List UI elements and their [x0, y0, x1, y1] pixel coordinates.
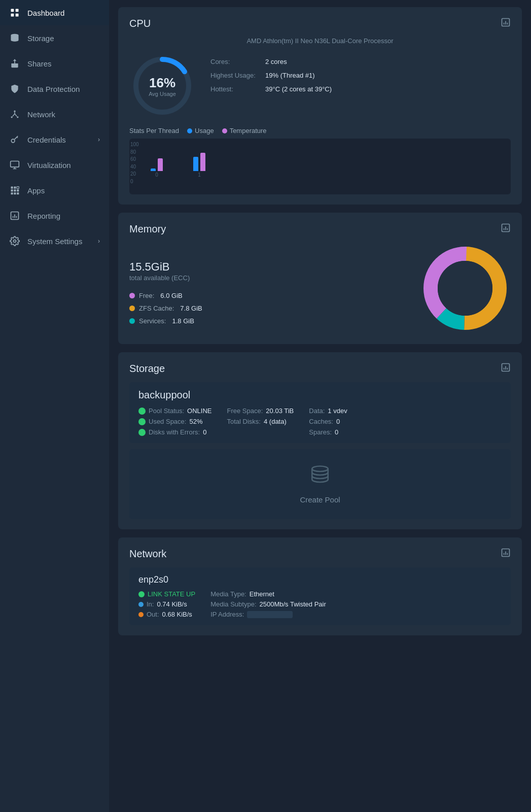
memory-body: 15.5GiB total available (ECC) Free: 6.0 …	[129, 243, 511, 334]
svg-point-30	[438, 261, 492, 316]
cpu-gauge-wrap: 16% Avg Usage	[129, 53, 195, 119]
memory-subtitle: total available (ECC)	[129, 274, 404, 282]
sidebar-item-label: Credentials	[27, 136, 66, 144]
legend-temp: Temperature	[222, 127, 267, 134]
cpu-avg-label: Avg Usage	[149, 91, 176, 97]
svg-rect-2	[11, 14, 14, 17]
pool-used-row: Used Space: 52%	[138, 418, 212, 425]
pool-data-row: Data: 1 vdev	[309, 407, 347, 415]
shares-icon	[9, 58, 20, 69]
pool-name: backuppool	[138, 389, 502, 401]
pool-col-right: Data: 1 vdev Caches: 0 Spares: 0	[309, 407, 347, 436]
apps-icon	[9, 185, 20, 196]
svg-rect-14	[17, 187, 19, 189]
net-col-right: Media Type: Ethernet Media Subtype: 2500…	[210, 590, 326, 618]
cpu-cores-row: Cores: 2 cores	[210, 58, 511, 65]
svg-point-8	[17, 116, 18, 118]
legend-services: Services: 1.8 GiB	[129, 317, 404, 325]
sidebar-item-credentials[interactable]: Credentials ›	[0, 127, 109, 152]
network-card-header: Network	[129, 548, 511, 560]
cpu-highest-label: Highest Usage:	[210, 72, 261, 79]
network-interface-card: enp2s0 LINK STATE UP In: 0.74 KiB/s Out:	[129, 567, 511, 625]
memory-left: 15.5GiB total available (ECC) Free: 6.0 …	[129, 252, 404, 325]
legend-free: Free: 6.0 GiB	[129, 292, 404, 299]
cpu-hottest-value: 39°C (2 cores at 39°C)	[265, 85, 332, 93]
pool-stats: Pool Status: ONLINE Used Space: 52% Disk…	[138, 407, 502, 436]
cpu-gauge-text: 16% Avg Usage	[149, 75, 176, 97]
svg-point-32	[312, 466, 328, 472]
pool-card: backuppool Pool Status: ONLINE Used Spac…	[129, 382, 511, 443]
sidebar-item-reporting[interactable]: Reporting	[0, 203, 109, 228]
memory-chart-btn[interactable]	[501, 223, 511, 235]
cpu-chart-btn[interactable]	[501, 17, 511, 30]
cpu-hottest-label: Hottest:	[210, 85, 261, 93]
svg-point-22	[14, 240, 16, 243]
cpu-highest-row: Highest Usage: 19% (Thread #1)	[210, 72, 511, 79]
create-pool-card[interactable]: Create Pool	[129, 449, 511, 519]
svg-rect-12	[11, 187, 13, 189]
net-iface-name: enp2s0	[138, 574, 502, 585]
storage-chart-btn[interactable]	[501, 362, 511, 375]
net-out-row: Out: 0.68 KiB/s	[138, 611, 195, 618]
pool-status-row: Pool Status: ONLINE	[138, 407, 212, 415]
chart-y-labels: 100 80 60 40 20 0	[130, 142, 139, 184]
cpu-subtitle: AMD Athlon(tm) II Neo N36L Dual-Core Pro…	[129, 37, 511, 45]
chevron-right-icon: ›	[98, 136, 100, 143]
cpu-gauge: 16% Avg Usage	[129, 53, 195, 119]
sidebar-item-virtualization[interactable]: Virtualization	[0, 152, 109, 178]
net-link-row: LINK STATE UP	[138, 590, 195, 598]
credentials-icon	[9, 134, 20, 145]
sidebar-item-shares[interactable]: Shares	[0, 51, 109, 76]
svg-rect-18	[11, 192, 13, 194]
thread-chart: 100 80 60 40 20 0 0	[129, 139, 511, 194]
pool-col-mid: Free Space: 20.03 TiB Total Disks: 4 (da…	[227, 407, 294, 436]
sidebar-item-network[interactable]: Network	[0, 101, 109, 127]
create-pool-db-icon	[309, 464, 331, 490]
network-card: Network enp2s0 LINK STATE UP In	[118, 537, 522, 635]
cpu-avg-pct: 16%	[149, 75, 176, 91]
network-chart-btn[interactable]	[501, 548, 511, 560]
svg-rect-3	[16, 14, 19, 17]
legend-zfs: ZFS Cache: 7.8 GiB	[129, 304, 404, 312]
sidebar-item-label: Virtualization	[27, 161, 71, 170]
sidebar-item-dashboard[interactable]: Dashboard	[0, 0, 109, 25]
pool-spares-row: Spares: 0	[309, 428, 347, 436]
memory-unit: GiB	[151, 260, 170, 273]
sidebar: Dashboard Storage Shares Data Protection…	[0, 0, 109, 812]
memory-title: Memory	[129, 223, 166, 235]
storage-icon	[9, 32, 20, 44]
sidebar-item-label: Network	[27, 110, 55, 119]
net-media-type-row: Media Type: Ethernet	[210, 590, 326, 598]
svg-point-9	[11, 139, 15, 143]
pool-free-row: Free Space: 20.03 TiB	[227, 407, 294, 415]
sidebar-item-label: Data Protection	[27, 85, 80, 93]
svg-rect-13	[14, 187, 16, 189]
cpu-cores-value: 2 cores	[265, 58, 287, 65]
sidebar-item-label: Dashboard	[27, 9, 64, 17]
svg-rect-1	[16, 9, 19, 12]
pool-disks-row: Total Disks: 4 (data)	[227, 418, 294, 425]
svg-line-10	[17, 137, 18, 138]
net-in-row: In: 0.74 KiB/s	[138, 600, 195, 608]
sidebar-item-data-protection[interactable]: Data Protection	[0, 76, 109, 101]
net-media-subtype-row: Media Subtype: 2500Mb/s Twisted Pair	[210, 600, 326, 608]
svg-point-6	[14, 111, 15, 112]
sidebar-item-label: System Settings	[27, 237, 82, 246]
cpu-hottest-row: Hottest: 39°C (2 cores at 39°C)	[210, 85, 511, 93]
sidebar-item-system-settings[interactable]: System Settings ›	[0, 228, 109, 254]
sidebar-item-label: Shares	[27, 59, 52, 68]
sidebar-item-storage[interactable]: Storage	[0, 25, 109, 51]
memory-legend: Free: 6.0 GiB ZFS Cache: 7.8 GiB Service…	[129, 292, 404, 325]
cpu-title: CPU	[129, 18, 151, 29]
svg-rect-17	[17, 189, 19, 191]
memory-total: 15.5GiB	[129, 252, 404, 274]
svg-rect-20	[17, 192, 19, 194]
legend-usage: Usage	[187, 127, 214, 134]
settings-icon	[9, 235, 20, 247]
net-stats: LINK STATE UP In: 0.74 KiB/s Out: 0.68 K…	[138, 590, 502, 618]
thread-chart-area: Stats Per Thread Usage Temperature 100 8…	[129, 127, 511, 194]
svg-point-7	[11, 116, 13, 118]
cpu-highest-value: 19% (Thread #1)	[265, 72, 315, 79]
sidebar-item-apps[interactable]: Apps	[0, 178, 109, 203]
svg-rect-15	[11, 189, 13, 191]
